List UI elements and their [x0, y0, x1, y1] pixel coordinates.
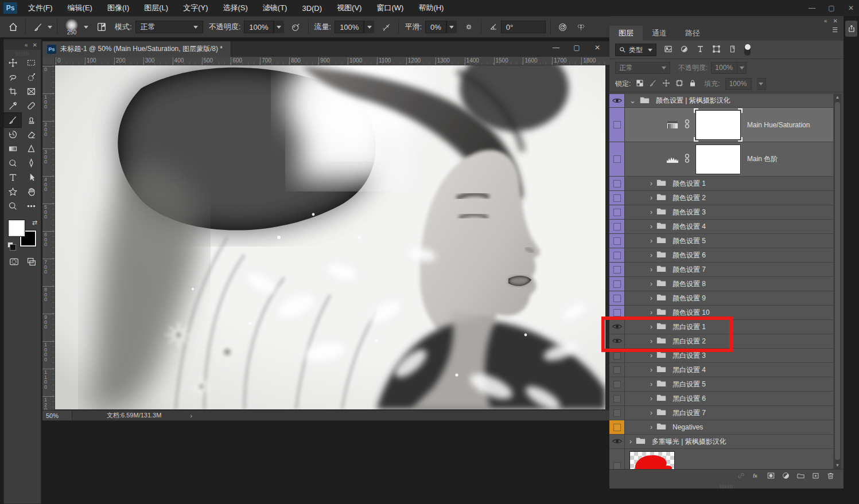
flow-caret[interactable] — [364, 21, 374, 33]
layer-row-body[interactable]: ›黑白设置 7 — [625, 406, 833, 420]
lock-all-icon[interactable] — [689, 79, 697, 89]
new-group-icon[interactable] — [796, 471, 806, 482]
layer-mask-thumbnail[interactable] — [695, 110, 741, 140]
layer-row-14[interactable]: ›黑白设置 2 — [609, 334, 833, 349]
visibility-toggle[interactable] — [609, 363, 625, 377]
path-select-tool[interactable] — [22, 170, 40, 185]
layer-row-body[interactable]: ›黑白设置 4 — [625, 363, 833, 377]
layer-row-body[interactable]: ›Negatives — [625, 420, 833, 434]
canvas[interactable] — [55, 65, 605, 409]
pen-tool[interactable] — [22, 156, 40, 170]
chevron-right-icon[interactable]: › — [650, 351, 652, 360]
panel-resize-grip[interactable]: |||||||| — [609, 484, 844, 489]
opacity-value-box[interactable]: 100% — [244, 21, 273, 33]
dodge-tool[interactable] — [4, 156, 21, 170]
stamp-tool[interactable] — [22, 113, 40, 127]
chevron-right-icon[interactable]: › — [650, 208, 652, 216]
layer-row-body[interactable]: ›多重曝光 | 紫枫摄影汉化 — [625, 435, 833, 448]
layer-row-body[interactable]: mask — [625, 449, 833, 469]
menu-item-0[interactable]: 文件(F) — [21, 0, 60, 16]
visibility-toggle[interactable] — [609, 406, 625, 420]
layer-row-11[interactable]: ›颜色设置 9 — [609, 291, 833, 306]
smoothing-gear-icon[interactable] — [461, 19, 476, 34]
visibility-toggle[interactable] — [609, 449, 625, 469]
visibility-toggle[interactable] — [609, 142, 625, 176]
visibility-toggle[interactable] — [609, 377, 625, 391]
doc-maximize-button[interactable]: ▢ — [570, 44, 583, 52]
visibility-toggle[interactable] — [609, 435, 625, 448]
chevron-right-icon[interactable]: › — [650, 366, 652, 374]
layer-row-body[interactable]: ›颜色设置 2 — [625, 191, 833, 205]
opacity-caret[interactable] — [274, 21, 284, 33]
status-zoom-field[interactable]: 50% — [42, 411, 72, 420]
type-tool[interactable] — [4, 170, 21, 185]
airbrush-icon[interactable] — [379, 19, 394, 34]
layer-opacity-box[interactable]: 100% — [711, 62, 737, 74]
scrollbar-thumb[interactable] — [835, 102, 840, 460]
layer-row-8[interactable]: ›颜色设置 6 — [609, 248, 833, 263]
move-tool[interactable] — [4, 56, 21, 70]
document-tab[interactable]: Ps 未标题-1 @ 50% (Main Hue/Saturation, 图层蒙… — [42, 41, 231, 57]
zoom-tool[interactable] — [4, 199, 21, 213]
mask-link-icon[interactable] — [685, 119, 690, 130]
layer-row-3[interactable]: ›颜色设置 1 — [609, 177, 833, 191]
hand-tool[interactable] — [22, 185, 40, 199]
brush-preset-caret-icon[interactable] — [48, 26, 52, 29]
more-tools[interactable] — [22, 199, 40, 213]
panel-close-icon[interactable]: ✕ — [833, 18, 838, 24]
layer-effects-icon[interactable]: fx — [751, 471, 761, 482]
app-close-button[interactable]: ✕ — [848, 4, 854, 12]
layer-row-body[interactable]: ›颜色设置 10 — [625, 306, 833, 319]
home-icon[interactable] — [6, 19, 21, 34]
layer-row-20[interactable]: ›Negatives — [609, 420, 833, 435]
layer-row-body[interactable]: ›黑白设置 6 — [625, 392, 833, 405]
foreground-color-swatch[interactable] — [9, 220, 25, 236]
chevron-right-icon[interactable]: › — [650, 323, 652, 331]
lock-artboard-icon[interactable] — [675, 79, 683, 89]
layer-row-body[interactable]: ›颜色设置 5 — [625, 234, 833, 248]
ruler-corner[interactable] — [42, 57, 55, 65]
sharpen-tool[interactable] — [22, 142, 40, 156]
delete-layer-icon[interactable] — [826, 471, 835, 482]
visibility-toggle[interactable] — [609, 94, 625, 107]
scroll-up-icon[interactable]: ▲ — [834, 94, 841, 101]
eyedropper-tool[interactable] — [4, 99, 21, 113]
menu-item-4[interactable]: 文字(Y) — [176, 0, 215, 16]
layer-row-body[interactable]: ›黑白设置 2 — [625, 334, 833, 348]
crop-tool[interactable] — [4, 84, 21, 99]
status-expander-icon[interactable]: › — [190, 412, 192, 419]
chevron-right-icon[interactable]: › — [650, 409, 652, 417]
link-layers-icon[interactable] — [736, 471, 746, 482]
visibility-toggle[interactable] — [609, 291, 625, 305]
app-maximize-button[interactable]: ▢ — [828, 4, 835, 12]
flow-value-box[interactable]: 100% — [335, 21, 364, 33]
layer-row-body[interactable]: ›颜色设置 4 — [625, 220, 833, 233]
eraser-tool[interactable] — [22, 127, 40, 142]
chevron-right-icon[interactable]: › — [650, 308, 652, 317]
add-layer-mask-icon[interactable] — [766, 471, 776, 482]
frame-tool[interactable] — [22, 84, 40, 99]
menu-item-1[interactable]: 编辑(E) — [60, 0, 100, 16]
fill-caret[interactable] — [757, 78, 766, 90]
pressure-opacity-icon[interactable] — [555, 19, 570, 34]
layer-row-12[interactable]: ›颜色设置 10 — [609, 306, 833, 320]
chevron-down-icon[interactable]: ⌄ — [629, 96, 636, 105]
fill-value-box[interactable]: 100% — [725, 78, 752, 90]
healing-tool[interactable] — [22, 99, 40, 113]
menu-item-5[interactable]: 选择(S) — [215, 0, 255, 16]
chevron-right-icon[interactable]: › — [650, 222, 652, 230]
default-colors-icon[interactable] — [7, 242, 13, 248]
visibility-toggle[interactable] — [609, 420, 625, 434]
chevron-right-icon[interactable]: › — [650, 423, 652, 431]
hue-saturation-adjustment-icon[interactable] — [666, 120, 679, 130]
layer-row-body[interactable]: ›颜色设置 6 — [625, 248, 833, 262]
brush-angle-box[interactable]: 0° — [501, 21, 546, 33]
type-filter-icon[interactable] — [696, 45, 705, 56]
visibility-toggle[interactable] — [609, 306, 625, 319]
layer-row-1[interactable]: Main Hue/Saturation — [609, 108, 833, 142]
visibility-toggle[interactable] — [609, 220, 625, 233]
chevron-right-icon[interactable]: › — [650, 380, 652, 388]
visibility-toggle[interactable] — [609, 234, 625, 248]
marquee-tool[interactable] — [22, 56, 40, 70]
gradient-tool[interactable] — [4, 142, 21, 156]
